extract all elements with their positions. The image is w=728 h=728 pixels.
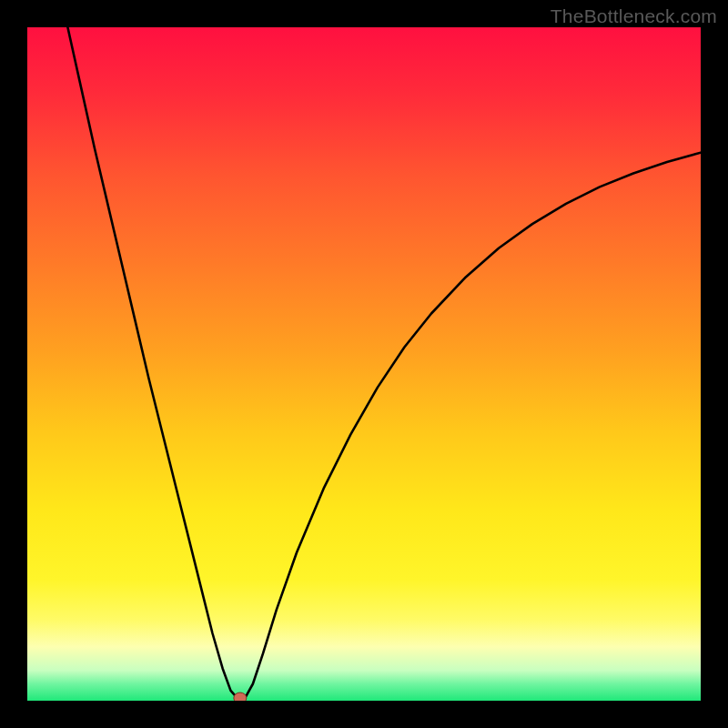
chart-frame: TheBottleneck.com	[0, 0, 728, 728]
chart-background	[27, 27, 701, 701]
bottleneck-curve-chart	[27, 27, 701, 701]
optimum-point-marker	[234, 693, 247, 701]
watermark-text: TheBottleneck.com	[551, 5, 717, 27]
